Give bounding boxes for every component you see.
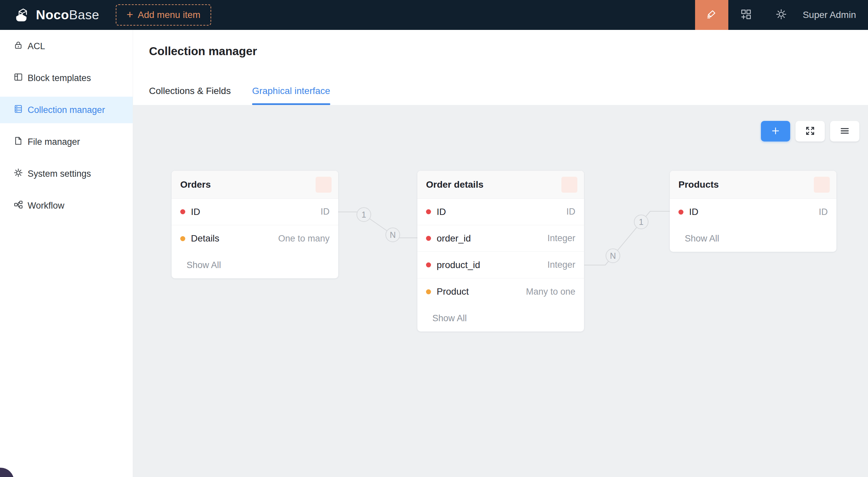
field-name: Details [191, 233, 278, 244]
field-row-product[interactable]: Product Many to one [417, 278, 584, 305]
collection-node-products[interactable]: Products ID ID Show All [670, 171, 836, 252]
field-dot [426, 289, 431, 294]
edit-collection-button[interactable] [795, 177, 810, 193]
field-type: One to many [278, 234, 330, 244]
field-type: ID [320, 207, 330, 217]
graph-canvas[interactable]: 1NN1 Orders ID ID Details One to many Sh… [133, 105, 868, 477]
show-all-toggle[interactable]: Show All [172, 252, 338, 278]
field-dot [678, 210, 683, 214]
sidebar-item-system-settings[interactable]: System settings [0, 161, 133, 187]
relation-edge-2 [584, 211, 670, 265]
appstore-add-icon [740, 8, 752, 22]
brand-logo[interactable]: NocoBase [13, 5, 99, 25]
field-type: ID [819, 207, 828, 217]
current-user[interactable]: Super Admin [803, 10, 856, 20]
field-type: Integer [548, 233, 575, 243]
tab-bar: Collections & FieldsGraphical interface [149, 86, 330, 105]
delete-collection-button[interactable] [814, 177, 830, 193]
fullscreen-button[interactable] [796, 121, 825, 141]
canvas-toolbar [761, 121, 859, 141]
field-type: ID [566, 207, 575, 217]
field-type: Integer [548, 260, 575, 270]
field-row-id[interactable]: ID ID [172, 199, 338, 225]
collection-node-orders[interactable]: Orders ID ID Details One to many Show Al… [172, 171, 338, 278]
field-name: product_id [437, 260, 548, 270]
sidebar-item-collection-manager[interactable]: Collection manager [0, 97, 133, 123]
plus-icon: + [126, 9, 133, 20]
sidebar-item-label: Block templates [28, 73, 91, 83]
show-all-toggle[interactable]: Show All [417, 305, 584, 332]
delete-collection-button[interactable] [316, 177, 332, 193]
edit-collection-button[interactable] [296, 177, 312, 193]
sidebar-item-acl[interactable]: ACL [0, 33, 133, 60]
collection-node-header: Products [670, 171, 836, 199]
field-name: Product [437, 286, 526, 297]
brand-name: NocoBase [36, 8, 99, 22]
sidebar-item-label: Workflow [28, 201, 64, 211]
add-menu-item-button[interactable]: + Add menu item [116, 4, 211, 26]
plugin-manager-button[interactable] [728, 0, 764, 30]
sidebar-item-block-templates[interactable]: Block templates [0, 65, 133, 91]
sidebar-item-file-manager[interactable]: File manager [0, 129, 133, 155]
tab-collections-fields[interactable]: Collections & Fields [149, 86, 231, 105]
sidebar-item-label: System settings [28, 169, 91, 179]
sidebar-item-label: Collection manager [28, 105, 105, 115]
partition-icon [13, 200, 23, 212]
sidebar-item-workflow[interactable]: Workflow [0, 192, 133, 219]
cardinality-label: 1 [362, 210, 366, 219]
topbar: NocoBase + Add menu item Super Admin [0, 0, 868, 30]
cardinality-label: N [390, 230, 396, 239]
field-dot [180, 209, 185, 214]
field-name: ID [437, 207, 566, 217]
sidebar-item-label: File manager [28, 137, 80, 147]
show-all-toggle[interactable]: Show All [670, 225, 836, 252]
page-header: Collection manager Collections & FieldsG… [133, 30, 868, 105]
field-name: order_id [437, 233, 548, 244]
topbar-right: Super Admin [695, 0, 868, 30]
gear-icon [775, 8, 787, 22]
tab-graphical-interface[interactable]: Graphical interface [252, 86, 330, 105]
relation-edge-1 [338, 212, 417, 238]
ui-editor-button[interactable] [695, 0, 728, 30]
collection-title: Products [678, 179, 795, 190]
field-name: ID [191, 207, 320, 217]
sidebar: ACL Block templates Collection manager F… [0, 30, 133, 477]
delete-collection-button[interactable] [561, 177, 577, 193]
lock-icon [13, 40, 23, 53]
collection-node-header: Order details [417, 171, 584, 199]
collection-list-button[interactable] [830, 121, 859, 141]
field-row-order-id[interactable]: order_id Integer [417, 225, 584, 252]
field-row-id[interactable]: ID ID [670, 199, 836, 225]
page-title: Collection manager [149, 44, 257, 58]
layout-icon [13, 72, 23, 84]
main-content: Collection manager Collections & FieldsG… [133, 30, 868, 477]
edit-collection-button[interactable] [542, 177, 558, 193]
collection-node-order-details[interactable]: Order details ID ID order_id Integer pro… [417, 171, 584, 332]
collection-node-header: Orders [172, 171, 338, 199]
menu-icon [839, 126, 850, 137]
field-type: Many to one [526, 287, 575, 297]
field-name: ID [689, 207, 819, 217]
database-icon [13, 104, 23, 116]
sidebar-item-label: ACL [28, 41, 45, 52]
field-dot [426, 263, 431, 267]
add-collection-button[interactable] [761, 121, 790, 141]
field-dot [180, 236, 185, 241]
field-row-product-id[interactable]: product_id Integer [417, 252, 584, 278]
collection-title: Order details [426, 179, 542, 190]
fullscreen-icon [805, 126, 815, 137]
cardinality-label: 1 [639, 217, 644, 227]
collection-title: Orders [180, 179, 296, 190]
add-menu-item-label: Add menu item [138, 10, 200, 20]
settings-center-button[interactable] [764, 0, 799, 30]
plus-icon [770, 126, 781, 137]
field-dot [426, 209, 431, 214]
highlighter-icon [706, 8, 718, 22]
cardinality-label: N [610, 251, 616, 261]
field-row-details[interactable]: Details One to many [172, 225, 338, 252]
field-row-id[interactable]: ID ID [417, 199, 584, 225]
field-dot [426, 236, 431, 241]
nocobase-logo-icon [13, 5, 32, 25]
gear-icon [13, 168, 23, 180]
nocobase-app: NocoBase + Add menu item Super Admin ACL… [0, 0, 868, 477]
